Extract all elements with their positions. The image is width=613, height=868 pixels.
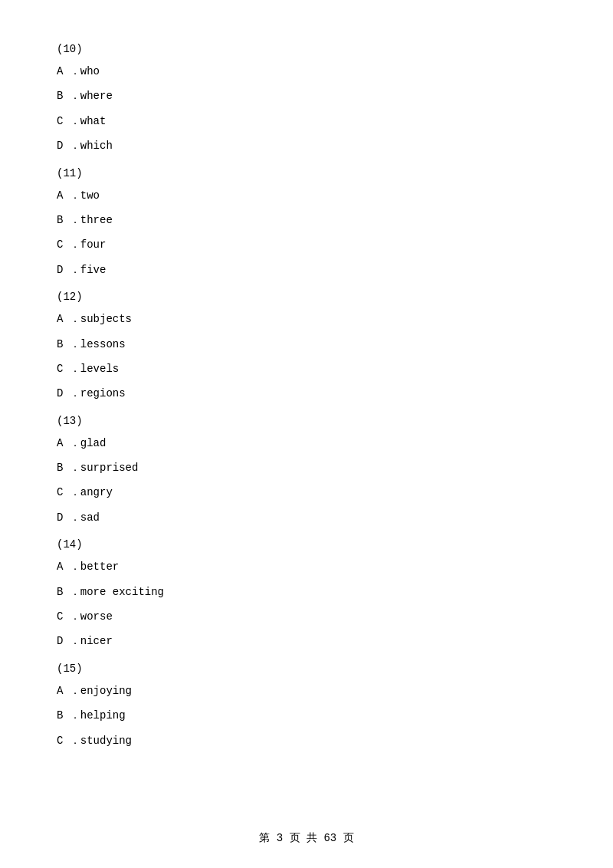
option-5-1: B ．helping (54, 707, 559, 724)
option-0-0: A ．who (54, 63, 559, 80)
option-5-0: A ．enjoying (54, 682, 559, 699)
option-0-2: C ．what (54, 113, 559, 130)
footer-text: 第 3 页 共 63 页 (259, 832, 353, 844)
option-4-3: D ．nicer (54, 633, 559, 649)
option-2-3: D ．regions (54, 385, 559, 402)
question-number-4: (14) (54, 538, 559, 551)
option-1-0: A ．two (54, 187, 559, 204)
question-number-2: (12) (54, 291, 559, 303)
option-3-1: B ．surprised (54, 459, 559, 476)
question-number-0: (10) (54, 43, 559, 55)
question-number-5: (15) (54, 663, 559, 675)
option-1-1: B ．three (54, 212, 559, 229)
option-2-1: B ．lessons (54, 336, 559, 353)
option-3-2: C ．angry (54, 484, 559, 501)
option-2-0: A ．subjects (54, 311, 559, 327)
option-1-2: C ．four (54, 236, 559, 253)
option-4-0: A ．better (54, 558, 559, 575)
page-footer: 第 3 页 共 63 页 (0, 831, 613, 845)
option-2-2: C ．levels (54, 360, 559, 377)
option-5-2: C ．studying (54, 732, 559, 749)
main-content: (10)A ．whoB ．whereC ．whatD ．which(11)A ．… (0, 0, 613, 803)
question-number-1: (11) (54, 167, 559, 179)
option-0-1: B ．where (54, 87, 559, 104)
option-3-3: D ．sad (54, 509, 559, 526)
option-1-3: D ．five (54, 261, 559, 278)
option-4-2: C ．worse (54, 608, 559, 625)
option-4-1: B ．more exciting (54, 584, 559, 600)
option-3-0: A ．glad (54, 435, 559, 452)
question-number-3: (13) (54, 415, 559, 427)
option-0-3: D ．which (54, 137, 559, 154)
